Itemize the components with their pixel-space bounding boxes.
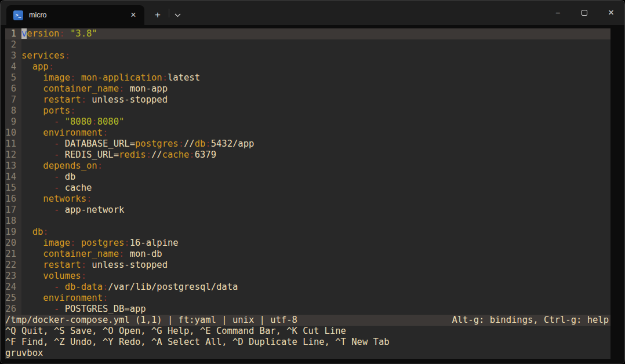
code-text: restart: unless-stopped — [21, 94, 611, 105]
line-number: 20 — [5, 238, 21, 249]
editor-line[interactable]: 20 image: postgres:16-alpine — [5, 238, 611, 249]
editor-line[interactable]: 14 - db — [5, 172, 611, 183]
line-number: 19 — [5, 227, 21, 238]
editor-line[interactable]: 8 ports: — [5, 105, 611, 117]
tab-close-icon[interactable]: × — [127, 9, 140, 21]
line-number: 25 — [5, 293, 21, 304]
editor-line[interactable]: 11 - DATABASE_URL=postgres://db:5432/app — [5, 139, 611, 150]
editor-line[interactable]: 13 depends_on: — [5, 161, 611, 172]
editor-line[interactable]: 3services: — [5, 50, 611, 61]
chevron-down-icon — [175, 13, 181, 17]
line-number: 10 — [5, 128, 21, 139]
code-text: - app-network — [21, 205, 611, 216]
editor-line[interactable]: 26 - POSTGRES_DB=app — [5, 304, 611, 315]
code-text: ports: — [21, 105, 611, 117]
code-text — [21, 39, 611, 50]
code-text: image: postgres:16-alpine — [21, 238, 611, 249]
line-number: 21 — [5, 249, 21, 260]
code-text: - "8080:8080" — [21, 117, 611, 128]
tab-micro[interactable]: >_ micro × — [6, 5, 144, 25]
code-text: image: mon-application:latest — [21, 72, 611, 83]
minimize-button[interactable]: − — [544, 1, 571, 25]
line-number: 8 — [5, 105, 21, 117]
message-line: gruvbox — [5, 348, 611, 359]
editor-line[interactable]: 23 volumes: — [5, 271, 611, 282]
code-text: db: — [21, 227, 611, 238]
editor-line[interactable]: 24 - db-data:/var/lib/postgresql/data — [5, 282, 611, 293]
code-text: version: "3.8" — [21, 28, 611, 39]
line-number: 6 — [5, 83, 21, 94]
line-number: 7 — [5, 94, 21, 105]
line-number: 1 — [5, 28, 21, 39]
line-number: 16 — [5, 194, 21, 205]
line-number: 3 — [5, 50, 21, 61]
editor-line[interactable]: 6 container_name: mon-app — [5, 83, 611, 94]
editor-line[interactable]: 7 restart: unless-stopped — [5, 94, 611, 105]
editor-line[interactable]: 22 restart: unless-stopped — [5, 260, 611, 271]
code-text: - db-data:/var/lib/postgresql/data — [21, 282, 611, 293]
tab-dropdown-button[interactable] — [169, 5, 186, 25]
code-text: container_name: mon-db — [21, 249, 611, 260]
code-text: services: — [21, 50, 611, 61]
code-text: - REDIS_URL=redis://cache:6379 — [21, 150, 611, 161]
line-number: 17 — [5, 205, 21, 216]
code-text: - POSTGRES_DB=app — [21, 304, 611, 315]
editor-line[interactable]: 19 db: — [5, 227, 611, 238]
line-number: 26 — [5, 304, 21, 315]
editor-line[interactable]: 1version: "3.8" — [5, 28, 611, 39]
code-text: - cache — [21, 183, 611, 194]
statusline-file-info: /tmp/docker-compose.yml (1,1) | ft:yaml … — [5, 315, 452, 326]
maximize-button[interactable] — [571, 1, 598, 25]
line-number: 4 — [5, 61, 21, 72]
line-number: 5 — [5, 72, 21, 83]
editor-line[interactable]: 16 networks: — [5, 194, 611, 205]
new-tab-button[interactable]: + — [147, 5, 169, 25]
statusline: /tmp/docker-compose.yml (1,1) | ft:yaml … — [5, 315, 611, 326]
line-number: 18 — [5, 216, 21, 227]
code-text: depends_on: — [21, 161, 611, 172]
code-text: - DATABASE_URL=postgres://db:5432/app — [21, 139, 611, 150]
line-number: 24 — [5, 282, 21, 293]
line-number: 12 — [5, 150, 21, 161]
editor-line[interactable]: 10 environment: — [5, 128, 611, 139]
help-line-2: ^F Find, ^Z Undo, ^Y Redo, ^A Select All… — [5, 337, 611, 348]
powershell-icon: >_ — [13, 10, 23, 20]
editor-line[interactable]: 21 container_name: mon-db — [5, 249, 611, 260]
text-cursor: v — [21, 28, 27, 39]
line-number: 15 — [5, 183, 21, 194]
buffer: 1version: "3.8"23services:4 app:5 image:… — [5, 28, 611, 315]
terminal-window: >_ micro × + − × 1version: "3.8"23servic… — [0, 0, 625, 364]
line-number: 14 — [5, 172, 21, 183]
code-text: restart: unless-stopped — [21, 260, 611, 271]
editor-line[interactable]: 12 - REDIS_URL=redis://cache:6379 — [5, 150, 611, 161]
editor-line[interactable]: 15 - cache — [5, 183, 611, 194]
line-number: 13 — [5, 161, 21, 172]
code-text: volumes: — [21, 271, 611, 282]
statusline-help-hint: Alt-g: bindings, Ctrl-g: help — [452, 315, 611, 326]
titlebar: >_ micro × + − × — [1, 1, 624, 25]
editor-line[interactable]: 5 image: mon-application:latest — [5, 72, 611, 83]
line-number: 23 — [5, 271, 21, 282]
code-text: networks: — [21, 194, 611, 205]
editor-line[interactable]: 9 - "8080:8080" — [5, 117, 611, 128]
code-text: environment: — [21, 128, 611, 139]
code-text: container_name: mon-app — [21, 83, 611, 94]
editor-line[interactable]: 4 app: — [5, 61, 611, 72]
code-text: - db — [21, 172, 611, 183]
code-text: environment: — [21, 293, 611, 304]
line-number: 11 — [5, 139, 21, 150]
editor-line[interactable]: 17 - app-network — [5, 205, 611, 216]
micro-editor: 1version: "3.8"23services:4 app:5 image:… — [5, 28, 611, 359]
line-number: 2 — [5, 39, 21, 50]
line-number: 9 — [5, 117, 21, 128]
editor-line[interactable]: 18 — [5, 216, 611, 227]
code-text — [21, 216, 611, 227]
editor-line[interactable]: 25 environment: — [5, 293, 611, 304]
code-text: app: — [21, 61, 611, 72]
help-line-1: ^Q Quit, ^S Save, ^O Open, ^G Help, ^E C… — [5, 326, 611, 337]
maximize-icon — [582, 10, 587, 16]
line-number: 22 — [5, 260, 21, 271]
close-button[interactable]: × — [598, 1, 624, 25]
tab-title: micro — [29, 11, 127, 19]
editor-line[interactable]: 2 — [5, 39, 611, 50]
